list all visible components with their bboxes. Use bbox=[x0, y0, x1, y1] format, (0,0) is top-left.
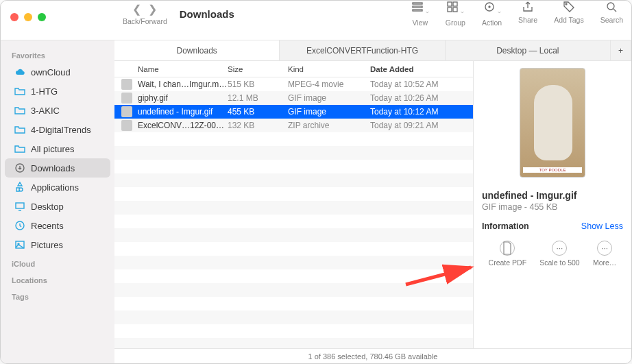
sidebar-section-header: Tags bbox=[1, 287, 114, 304]
file-name: ExcelCONV…12Z-001.zip bbox=[138, 121, 228, 130]
cloud-icon bbox=[14, 66, 25, 77]
column-headers[interactable]: Name Size Kind Date Added bbox=[114, 61, 473, 77]
preview-thumbnail bbox=[520, 68, 585, 178]
col-kind[interactable]: Kind bbox=[288, 65, 370, 73]
sidebar-section-header: Locations bbox=[1, 271, 114, 287]
quick-action-scale-to-500[interactable]: ···Scale to 500 bbox=[539, 241, 579, 267]
file-row[interactable]: ExcelCONV…12Z-001.zip132 KBZIP archiveTo… bbox=[114, 119, 473, 132]
preview-subtitle: GIF image - 455 KB bbox=[482, 202, 623, 212]
close-window[interactable] bbox=[10, 13, 19, 21]
file-size: 12.1 MB bbox=[228, 93, 288, 103]
file-row[interactable]: giphy.gif12.1 MBGIF imageToday at 10:26 … bbox=[114, 91, 473, 105]
file-name: undefined - Imgur.gif bbox=[138, 107, 228, 117]
window-title: Downloads bbox=[180, 8, 234, 20]
sidebar-section-header: Favorites bbox=[1, 46, 114, 62]
sidebar-item-all-pictures[interactable]: All pictures bbox=[5, 139, 110, 158]
file-list[interactable]: Wait, I chan…Imgur.mp4515 KBMPEG-4 movie… bbox=[114, 77, 473, 348]
file-icon bbox=[121, 93, 132, 104]
svg-rect-2 bbox=[413, 10, 422, 11]
image-icon bbox=[14, 239, 25, 250]
sidebar-item-label: 3-AKIC bbox=[31, 106, 60, 116]
tab[interactable]: Downloads bbox=[114, 40, 280, 60]
sidebar-item-1-htg[interactable]: 1-HTG bbox=[5, 82, 110, 101]
sidebar-item-applications[interactable]: Applications bbox=[5, 178, 110, 197]
col-name[interactable]: Name bbox=[114, 65, 228, 73]
file-size: 132 KB bbox=[228, 121, 288, 130]
folder-icon bbox=[14, 143, 25, 154]
sidebar-item-3-akic[interactable]: 3-AKIC bbox=[5, 101, 110, 120]
download-icon bbox=[14, 162, 25, 173]
clock-icon bbox=[14, 220, 25, 231]
sidebar-item-pictures[interactable]: Pictures bbox=[5, 235, 110, 254]
sidebar-item-label: Pictures bbox=[31, 240, 63, 250]
file-size: 515 KB bbox=[228, 80, 288, 89]
sidebar: FavoritesownCloud1-HTG3-AKIC4-DigitalTre… bbox=[1, 40, 114, 363]
quick-action-create-pdf[interactable]: Create PDF bbox=[489, 241, 526, 267]
zoom-window[interactable] bbox=[38, 13, 46, 21]
back-button[interactable]: ❮ bbox=[132, 3, 141, 16]
file-row[interactable]: Wait, I chan…Imgur.mp4515 KBMPEG-4 movie… bbox=[114, 77, 473, 91]
file-kind: ZIP archive bbox=[288, 121, 370, 130]
svg-rect-5 bbox=[448, 8, 452, 12]
file-kind: GIF image bbox=[288, 107, 370, 117]
sidebar-item-owncloud[interactable]: ownCloud bbox=[5, 62, 110, 82]
sidebar-item-4-digitaltrends[interactable]: 4-DigitalTrends bbox=[5, 120, 110, 139]
sidebar-section-header: iCloud bbox=[1, 254, 114, 271]
more-icon: ··· bbox=[552, 241, 567, 256]
desktop-icon bbox=[14, 201, 25, 212]
tab[interactable]: ExcelCONVERTFunction-HTG bbox=[280, 40, 445, 60]
file-date: Today at 10:52 AM bbox=[370, 80, 473, 89]
file-kind: GIF image bbox=[288, 93, 370, 103]
file-row[interactable]: undefined - Imgur.gif455 KBGIF imageToda… bbox=[114, 105, 473, 119]
file-date: Today at 10:12 AM bbox=[370, 107, 473, 117]
file-name: Wait, I chan…Imgur.mp4 bbox=[138, 80, 228, 89]
sidebar-item-label: Desktop bbox=[31, 202, 64, 212]
sidebar-item-recents[interactable]: Recents bbox=[5, 216, 110, 235]
quick-action-more-[interactable]: ···More… bbox=[593, 241, 616, 267]
sidebar-item-label: Downloads bbox=[31, 163, 75, 173]
minimize-window[interactable] bbox=[24, 13, 32, 21]
show-less-link[interactable]: Show Less bbox=[581, 221, 623, 231]
svg-rect-0 bbox=[413, 3, 422, 4]
col-date[interactable]: Date Added bbox=[370, 65, 473, 73]
svg-rect-12 bbox=[16, 203, 24, 208]
file-icon bbox=[121, 79, 132, 90]
info-label: Information bbox=[482, 221, 529, 231]
folder-icon bbox=[14, 86, 25, 97]
svg-point-9 bbox=[566, 3, 567, 5]
preview-title: undefined - Imgur.gif bbox=[482, 190, 623, 201]
file-icon bbox=[121, 120, 132, 131]
back-forward-group: ❮ ❯ Back/Forward bbox=[123, 3, 167, 25]
file-date: Today at 10:26 AM bbox=[370, 93, 473, 103]
sidebar-item-label: 1-HTG bbox=[31, 86, 58, 97]
forward-button[interactable]: ❯ bbox=[148, 3, 157, 16]
sidebar-item-label: Recents bbox=[31, 221, 64, 231]
sidebar-item-downloads[interactable]: Downloads bbox=[5, 158, 110, 178]
file-kind: MPEG-4 movie bbox=[288, 80, 370, 89]
file-size: 455 KB bbox=[228, 107, 288, 117]
svg-point-8 bbox=[489, 6, 490, 8]
addtags-button[interactable]: Add Tags bbox=[554, 1, 584, 27]
sidebar-item-label: All pictures bbox=[31, 144, 75, 154]
more-icon: ··· bbox=[597, 241, 612, 256]
sidebar-item-label: Applications bbox=[31, 182, 79, 193]
file-icon bbox=[121, 106, 132, 117]
share-button[interactable]: Share bbox=[518, 1, 537, 27]
svg-rect-1 bbox=[413, 6, 422, 8]
file-date: Today at 09:21 AM bbox=[370, 121, 473, 130]
sidebar-item-label: ownCloud bbox=[31, 67, 71, 77]
view-button[interactable]: ⌵ View bbox=[411, 1, 429, 27]
svg-rect-4 bbox=[453, 2, 457, 6]
preview-panel: undefined - Imgur.gif GIF image - 455 KB… bbox=[474, 61, 631, 348]
col-size[interactable]: Size bbox=[228, 65, 288, 73]
sidebar-item-desktop[interactable]: Desktop bbox=[5, 197, 110, 216]
search-button[interactable]: Search bbox=[600, 1, 623, 27]
back-forward-label: Back/Forward bbox=[123, 17, 167, 25]
svg-point-10 bbox=[607, 3, 614, 10]
group-button[interactable]: ⌵ Group bbox=[446, 1, 465, 27]
new-tab-button[interactable]: + bbox=[611, 40, 631, 60]
action-button[interactable]: ⌵ Action bbox=[482, 1, 502, 27]
status-bar: 1 of 386 selected, 780.46 GB available bbox=[114, 348, 631, 363]
svg-rect-6 bbox=[453, 8, 457, 12]
tab[interactable]: Desktop — Local bbox=[446, 40, 611, 60]
